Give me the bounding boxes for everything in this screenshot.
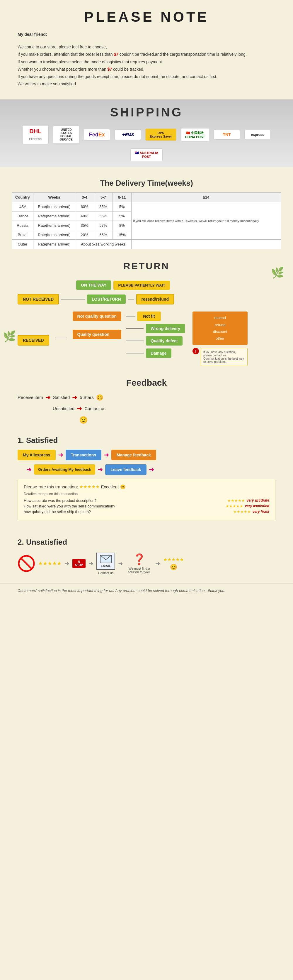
ems-logo: ✈EMS bbox=[114, 129, 141, 140]
satisfied-label: Satisfied bbox=[53, 395, 70, 400]
arrow-icon3: ➜ bbox=[77, 405, 82, 412]
wrong-delivery-row: Wrong delivery bbox=[126, 324, 185, 333]
rating-q2: How satisfied were you with the sell's c… bbox=[24, 504, 115, 508]
smile-icon: 😊 bbox=[96, 394, 103, 401]
unsatisfied-number: 2. bbox=[17, 538, 24, 546]
email-icon bbox=[100, 555, 112, 563]
not-fit-row: Not fit bbox=[126, 312, 185, 321]
delivery-note: if you still don't receive items within … bbox=[131, 202, 281, 240]
rating-q3: how quickly did the seller ship the item… bbox=[24, 509, 91, 514]
return-diagram: ON THE WAY PLEASE PATIENTLY WAIT NOT REC… bbox=[12, 280, 281, 366]
arrow-icon4: ➜ bbox=[58, 451, 63, 459]
express-logo: express bbox=[244, 130, 271, 139]
solution-area: ❓ We must find a solution for you. bbox=[126, 553, 152, 574]
other-label: other bbox=[196, 335, 244, 342]
received-badge: RECEIVED bbox=[17, 335, 49, 345]
leaf-decoration-left: 🌿 bbox=[3, 330, 16, 343]
para4: Whether you choose what post,orders more… bbox=[17, 66, 276, 73]
satisfied-heading: 1. Satisfied bbox=[17, 436, 276, 445]
on-the-way-row: ON THE WAY PLEASE PATIENTLY WAIT bbox=[76, 280, 276, 290]
col-3-4: 3-4 bbox=[75, 193, 94, 202]
please-wait-badge: PLEASE PATIENTLY WAIT bbox=[113, 281, 170, 290]
arrow-unsat3: ➜ bbox=[118, 560, 123, 567]
shipping-logos: DHLEXPRESS UNITED STATESPOSTAL SERVICE F… bbox=[12, 125, 281, 161]
not-received-badge: NOT RECEIVED bbox=[17, 294, 59, 304]
quality-defect-row: Quality defect bbox=[126, 336, 185, 345]
stop-area: NSTOP bbox=[72, 559, 86, 568]
arrow-icon6: ➜ bbox=[26, 466, 32, 473]
resend-refund-badge: resend/refund bbox=[136, 294, 174, 304]
dhl-logo: DHLEXPRESS bbox=[22, 125, 49, 144]
no-symbol-svg bbox=[17, 555, 35, 572]
para1: Welcome to our store, please feel free t… bbox=[17, 43, 276, 51]
quality-defect-badge: Quality defect bbox=[146, 336, 182, 345]
very2: very asatisfied bbox=[245, 504, 269, 508]
satisfied-section: 1. Satisfied My Aliexpress ➜ Transaction… bbox=[0, 430, 293, 532]
arrow-icon1: ➜ bbox=[46, 394, 51, 401]
no-symbol bbox=[17, 555, 35, 572]
on-the-way-badge: ON THE WAY bbox=[76, 280, 111, 290]
col-weeks: Weeks bbox=[33, 193, 75, 202]
very3: very firast bbox=[253, 509, 269, 514]
return-section: 🌿 🌿 RETURN ON THE WAY PLEASE PATIENTLY W… bbox=[0, 255, 293, 372]
rating-row-1: How accurate was the product description… bbox=[24, 498, 269, 503]
result-stars: ★★★★★ bbox=[163, 557, 184, 562]
return-sub-left: Not quality question Quality question bbox=[73, 312, 122, 339]
unsat-flow: ★★★★★ ➜ NSTOP ➜ EMAIL Contact us ➜ ❓ We … bbox=[17, 553, 276, 574]
contact-us-label: Contact us bbox=[98, 571, 114, 574]
tnt-logo: TNT bbox=[214, 130, 240, 140]
connector-line2 bbox=[128, 299, 134, 299]
fedex-logo: FedEx bbox=[84, 129, 110, 140]
col-country: Country bbox=[12, 193, 33, 202]
satisfied-number: 1. bbox=[17, 436, 24, 445]
damage-row: Damage bbox=[126, 348, 185, 358]
email-label: EMAIL bbox=[100, 564, 112, 568]
return-title: RETURN bbox=[12, 261, 281, 272]
leave-feedback-btn[interactable]: Leave feedback bbox=[105, 465, 146, 475]
para3: If you want to tracking please select th… bbox=[17, 58, 276, 66]
col-ge14: ≥14 bbox=[131, 193, 281, 202]
return-sub-items: Not quality question Quality question No… bbox=[73, 312, 247, 366]
satisfied-flow1: My Aliexpress ➜ Transactions ➜ Manage fe… bbox=[17, 450, 276, 460]
rate-title: Please rate this transaction: bbox=[24, 484, 78, 489]
para6: We will try to make you satisfied. bbox=[17, 80, 276, 88]
not-received-row: NOT RECEIVED LOST/RETURN resend/refund bbox=[17, 294, 276, 304]
must-find-label: We must find a solution for you. bbox=[126, 567, 152, 574]
amount2: $7 bbox=[108, 67, 112, 72]
arrow-unsat4: ➜ bbox=[155, 560, 160, 567]
please-note-title: PLEASE NOTE bbox=[17, 9, 276, 25]
table-row: USA Rate(Items arrived) 60% 35% 5% if yo… bbox=[12, 202, 281, 212]
feedback-title: Feedback bbox=[17, 378, 276, 388]
please-note-section: PLEASE NOTE My dear friend: Welcome to o… bbox=[0, 0, 293, 94]
rating-q1: How accurate was the product description… bbox=[24, 498, 97, 503]
orders-awaiting-btn[interactable]: Orders Awaiting My feedback bbox=[34, 465, 95, 475]
refund-label: refund bbox=[196, 321, 244, 328]
not-quality-badge: Not quality question bbox=[73, 312, 122, 321]
contact-note-row: ! if you have any question, please conta… bbox=[193, 348, 247, 366]
stop-sign: NSTOP bbox=[72, 559, 86, 568]
arrow-icon5: ➜ bbox=[104, 451, 109, 459]
detailed-ratings-label: Detailed ratings on this transaction bbox=[24, 492, 269, 496]
rating-row-2: How satisfied were you with the sell's c… bbox=[24, 504, 269, 508]
unsatisfied-title: Unsatisfied bbox=[26, 538, 67, 546]
delivery-table: Country Weeks 3-4 5-7 8-11 ≥14 USA Rate(… bbox=[12, 192, 281, 249]
usps-logo: UNITED STATESPOSTAL SERVICE bbox=[53, 126, 79, 144]
stars1: ★★★★★ bbox=[227, 498, 245, 503]
manage-feedback-btn[interactable]: Manage feedback bbox=[111, 450, 156, 460]
received-row: RECEIVED Not quality question Quality qu… bbox=[17, 312, 276, 366]
rate-stars: ★★★★★ bbox=[79, 484, 100, 489]
result-smile: 😊 bbox=[170, 563, 177, 571]
para2: If you make orders, attention that the o… bbox=[17, 51, 276, 58]
feedback-flow-row1: Receive item ➜ Satisfied ➜ 5 Stars 😊 bbox=[17, 394, 276, 401]
ups-logo: UPSExpress Saver bbox=[145, 129, 176, 141]
arrow-unsat2: ➜ bbox=[89, 560, 93, 567]
delivery-section: The Delivery Time(weeks) Country Weeks 3… bbox=[0, 173, 293, 255]
my-aliexpress-btn[interactable]: My Aliexpress bbox=[17, 450, 55, 460]
footer-note: Customers' satisfaction is the most impo… bbox=[0, 584, 293, 601]
rating-row-3: how quickly did the seller ship the item… bbox=[24, 509, 269, 514]
svg-line-1 bbox=[21, 558, 32, 569]
amount1: $7 bbox=[114, 52, 118, 57]
rate-box: Please rate this transaction: ★★★★★ Exce… bbox=[17, 479, 276, 520]
transactions-btn[interactable]: Transactions bbox=[66, 450, 101, 460]
resend-label: resend bbox=[196, 315, 244, 321]
